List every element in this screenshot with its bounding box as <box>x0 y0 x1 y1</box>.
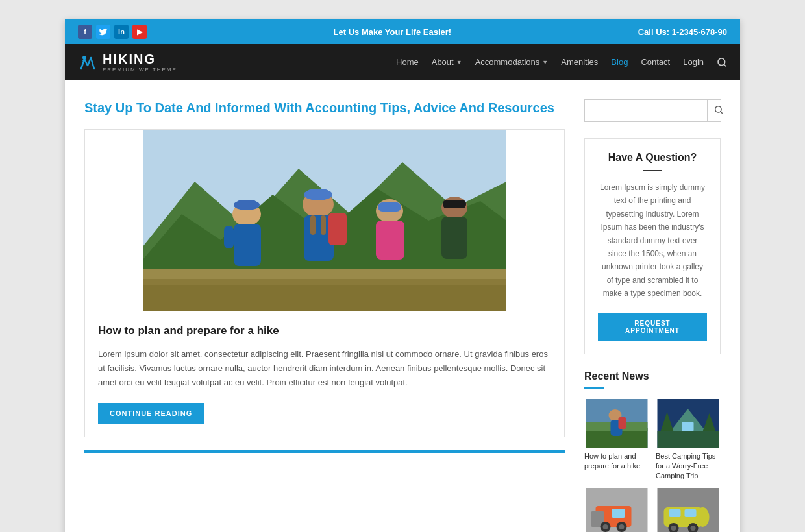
svg-rect-18 <box>310 215 316 235</box>
svg-point-46 <box>603 524 608 529</box>
svg-point-54 <box>671 526 676 531</box>
svg-rect-57 <box>685 509 697 517</box>
logo[interactable]: HIKING PREMIUM WP THEME <box>78 52 177 73</box>
youtube-icon[interactable]: ▶ <box>132 25 147 39</box>
facebook-icon[interactable]: f <box>78 25 92 39</box>
continue-reading-button[interactable]: CONTINUE READING <box>98 403 204 424</box>
linkedin-icon[interactable]: in <box>114 25 129 39</box>
article-text: Lorem ipsum dolor sit amet, consectetur … <box>98 347 551 390</box>
news-thumb-1 <box>584 399 649 448</box>
search-input[interactable] <box>585 100 707 121</box>
svg-point-47 <box>619 524 625 529</box>
logo-main: HIKING <box>103 52 177 67</box>
svg-point-55 <box>691 526 696 531</box>
nav-item-login[interactable]: Login <box>683 45 704 79</box>
news-item-1[interactable]: How to plan and prepare for a hike <box>584 399 649 481</box>
logo-sub: PREMIUM WP THEME <box>103 67 177 73</box>
widget-divider <box>643 170 662 171</box>
nav-item-amenities[interactable]: Amenities <box>561 45 598 79</box>
svg-rect-25 <box>443 200 466 208</box>
svg-line-2 <box>724 64 726 66</box>
search-nav-icon[interactable] <box>717 45 727 79</box>
social-icons: f in ▶ <box>78 25 147 39</box>
content-left: Stay Up To Date And Informed With Accoun… <box>84 99 565 532</box>
svg-point-0 <box>82 56 86 60</box>
article-title: How to plan and prepare for a hike <box>98 324 551 337</box>
search-button[interactable] <box>707 100 730 121</box>
recent-news-divider <box>584 387 604 389</box>
svg-rect-34 <box>619 417 626 429</box>
main-content: Stay Up To Date And Informed With Accoun… <box>65 80 740 532</box>
svg-rect-36 <box>658 431 719 448</box>
svg-point-51 <box>697 507 710 527</box>
about-dropdown-arrow: ▼ <box>456 59 462 66</box>
nav-item-accommodations[interactable]: Accommodations ▼ <box>475 45 549 79</box>
svg-line-28 <box>721 112 723 114</box>
topbar-tagline: Let Us Make Your Life Easier! <box>334 27 452 37</box>
svg-rect-48 <box>612 509 625 518</box>
news-item-4[interactable]: 10 Activities to Get... <box>656 488 721 532</box>
nav-menu: Home About ▼ Accommodations ▼ Amenities … <box>396 45 727 79</box>
svg-rect-19 <box>321 215 326 235</box>
svg-rect-21 <box>376 221 404 260</box>
news-caption-1: How to plan and prepare for a hike <box>584 452 649 472</box>
widget-text: Lorem Ipsum is simply dummy text of the … <box>598 181 707 300</box>
recent-news: Recent News <box>584 370 721 532</box>
svg-rect-15 <box>328 213 347 245</box>
news-caption-2: Best Camping Tips for a Worry-Free Campi… <box>656 452 721 481</box>
topbar-phone: Call Us: 1-2345-678-90 <box>638 27 727 37</box>
article-body: How to plan and prepare for a hike Lorem… <box>85 311 564 437</box>
appointment-button[interactable]: REQUEST APPOINTMENT <box>598 313 707 341</box>
question-widget: Have A Question? Lorem Ipsum is simply d… <box>584 138 721 354</box>
logo-text: HIKING PREMIUM WP THEME <box>103 52 177 73</box>
article-image <box>85 130 564 311</box>
nav-item-about[interactable]: About ▼ <box>432 45 462 79</box>
top-bar: f in ▶ Let Us Make Your Life Easier! Cal… <box>65 19 740 44</box>
accommodations-dropdown-arrow: ▼ <box>542 59 548 66</box>
news-item-2[interactable]: Best Camping Tips for a Worry-Free Campi… <box>656 399 721 481</box>
nav-item-home[interactable]: Home <box>396 45 419 79</box>
nav-item-blog[interactable]: Blog <box>611 45 628 79</box>
svg-rect-12 <box>224 226 234 248</box>
content-right: Have A Question? Lorem Ipsum is simply d… <box>584 99 721 532</box>
browser-window: f in ▶ Let Us Make Your Life Easier! Cal… <box>65 19 740 532</box>
svg-rect-26 <box>143 285 506 311</box>
search-box <box>584 99 721 122</box>
svg-rect-9 <box>234 224 261 266</box>
next-article-strip <box>84 450 565 453</box>
news-thumb-2 <box>656 399 721 448</box>
widget-title: Have A Question? <box>598 152 707 163</box>
svg-rect-24 <box>441 217 467 259</box>
svg-rect-38 <box>682 422 694 431</box>
svg-rect-11 <box>237 200 256 208</box>
svg-rect-56 <box>669 509 681 517</box>
news-thumb-3 <box>584 488 649 532</box>
news-grid: How to plan and prepare for a hike <box>584 399 721 532</box>
twitter-icon[interactable] <box>96 25 110 39</box>
news-item-3[interactable]: 10 Low-cost Ideas... <box>584 488 649 532</box>
page-title: Stay Up To Date And Informed With Accoun… <box>84 99 565 116</box>
nav-bar: HIKING PREMIUM WP THEME Home About ▼ Acc… <box>65 44 740 80</box>
recent-news-title: Recent News <box>584 370 721 382</box>
article-card: How to plan and prepare for a hike Lorem… <box>84 129 565 437</box>
news-thumb-4 <box>656 488 721 532</box>
svg-rect-22 <box>378 202 401 212</box>
nav-item-contact[interactable]: Contact <box>641 45 670 79</box>
svg-rect-17 <box>306 189 330 199</box>
svg-rect-7 <box>143 269 506 279</box>
